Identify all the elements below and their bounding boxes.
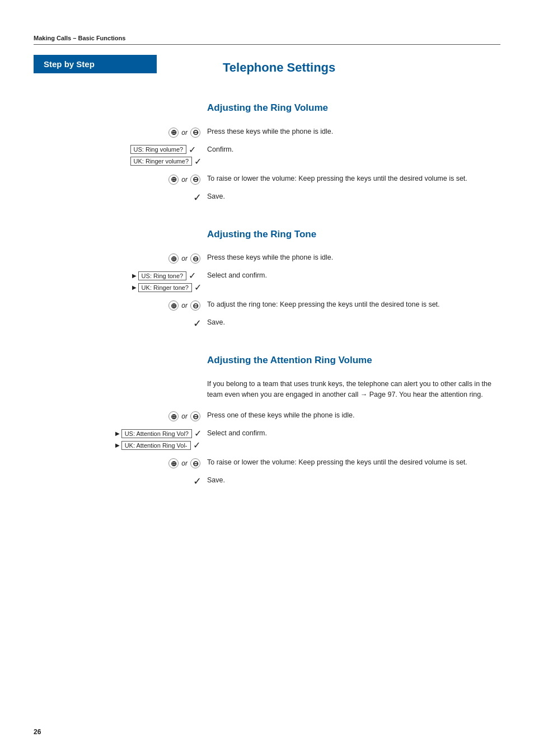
arrow-symbol: →: [360, 391, 368, 398]
sub1-row1-left: ⊕ or ⊖: [34, 126, 207, 141]
keys-row-4: ⊕ or ⊖: [28, 299, 202, 312]
sub1-row2-left: US: Ring volume? ✓ UK: Ringer volume? ✓: [34, 144, 207, 170]
multi-label-2: ▶ US: Ring tone? ✓ ▶ UK: Ringer tone? ✓: [132, 270, 202, 294]
page-header: Making Calls – Basic Functions: [34, 34, 500, 45]
or-text: or: [181, 129, 188, 137]
keys-row-5: ⊕ or ⊖: [28, 410, 202, 422]
or-text-6: or: [181, 459, 188, 467]
uk-ring-volume-label: UK: Ringer volume?: [130, 157, 192, 166]
keys-row: ⊕ or ⊖: [28, 126, 202, 139]
page: Making Calls – Basic Functions Step by S…: [0, 0, 534, 756]
or-text-3: or: [181, 255, 188, 262]
step-by-step-box: Step by Step: [34, 55, 157, 73]
tri-label-row-2: ▶ UK: Ringer tone? ✓: [132, 282, 202, 293]
plus-key-4: ⊕: [168, 300, 179, 311]
minus-key-2: ⊖: [190, 175, 200, 185]
right-column: Telephone Settings: [213, 55, 500, 85]
checkmark-attn-2: ✓: [193, 440, 200, 450]
sub2-row2-left: ▶ US: Ring tone? ✓ ▶ UK: Ringer tone? ✓: [34, 270, 207, 296]
checkmark-ring-tone-2: ✓: [194, 282, 202, 293]
sub2-title-right: Adjusting the Ring Tone: [207, 215, 500, 250]
checkmark-ring-tone-1: ✓: [189, 270, 196, 281]
minus-key-6: ⊖: [190, 458, 200, 468]
sub3-row1-right: Press one of these keys while the phone …: [207, 410, 500, 421]
sub3-row4-right: Save.: [207, 475, 500, 486]
label-row-2: UK: Ringer volume? ✓: [130, 156, 202, 167]
sub2-row1-left: ⊕ or ⊖: [34, 252, 207, 267]
plus-key-3: ⊕: [168, 253, 179, 264]
keys-row-2: ⊕ or ⊖: [28, 173, 202, 186]
keys-row-6: ⊕ or ⊖: [28, 457, 202, 469]
triangle-1: ▶: [132, 273, 137, 279]
left-column: Step by Step: [34, 55, 213, 85]
sub2-title: Adjusting the Ring Tone: [207, 227, 500, 242]
tri-label-row-1: ▶ US: Ring tone? ✓: [132, 270, 196, 281]
keys-row-3: ⊕ or ⊖: [28, 252, 202, 265]
sub1-row4-left: ✓: [34, 191, 207, 206]
sub3-row2-right: Select and confirm.: [207, 428, 500, 439]
tri-label-attn-1: ▶ US: Attention Ring Vol? ✓: [115, 428, 202, 439]
sub1-row4: ✓ Save.: [34, 191, 500, 206]
sub3-row3: ⊕ or ⊖ To raise or lower the volume: Kee…: [34, 457, 500, 472]
sub2-row4: ✓ Save.: [34, 317, 500, 332]
sub1-row2: US: Ring volume? ✓ UK: Ringer volume? ✓ …: [34, 144, 500, 170]
or-text-2: or: [181, 176, 188, 184]
sub3-title: Adjusting the Attention Ring Volume: [207, 353, 500, 368]
sub1-title-row: Adjusting the Ring Volume: [34, 88, 500, 123]
save-checkmark: ✓: [193, 191, 202, 204]
sub2-row3-left: ⊕ or ⊖: [34, 299, 207, 314]
sub2-title-row: Adjusting the Ring Tone: [34, 215, 500, 250]
sub2-row3: ⊕ or ⊖ To adjust the ring tone: Keep pre…: [34, 299, 500, 314]
triangle-attn-2: ▶: [115, 442, 120, 448]
plus-key-5: ⊕: [168, 411, 179, 421]
checkmark-1: ✓: [189, 144, 196, 155]
checkmark-row-2: ✓: [28, 317, 202, 330]
sub1-title: Adjusting the Ring Volume: [207, 101, 500, 115]
sub3-row3-left: ⊕ or ⊖: [34, 457, 207, 472]
us-ring-volume-label: US: Ring volume?: [130, 145, 187, 154]
or-text-4: or: [181, 302, 188, 309]
section-title: Telephone Settings: [223, 60, 500, 75]
sub3-title-right: Adjusting the Attention Ring Volume: [207, 341, 500, 375]
sub1-title-right: Adjusting the Ring Volume: [207, 88, 500, 123]
multi-label: US: Ring volume? ✓ UK: Ringer volume? ✓: [130, 144, 202, 168]
sub3-note-right: If you belong to a team that uses trunk …: [207, 379, 500, 407]
us-attn-ring-label: US: Attention Ring Vol?: [121, 429, 192, 438]
sub1-row2-right: Confirm.: [207, 144, 500, 155]
save-checkmark-3: ✓: [193, 475, 202, 487]
checkmark-row: ✓: [28, 191, 202, 204]
sub3-row2-left: ▶ US: Attention Ring Vol? ✓ ▶ UK: Attent…: [34, 428, 207, 454]
checkmark-attn-1: ✓: [194, 428, 202, 439]
sub1-row4-right: Save.: [207, 191, 500, 202]
page-number: 26: [34, 728, 41, 736]
triangle-attn-1: ▶: [115, 430, 120, 436]
sub3-note-row: If you belong to a team that uses trunk …: [34, 379, 500, 407]
sub2-row4-right: Save.: [207, 317, 500, 328]
main-layout: Step by Step Telephone Settings: [34, 55, 500, 85]
sub3-row4-left: ✓: [34, 475, 207, 490]
or-text-5: or: [181, 412, 188, 420]
multi-label-3: ▶ US: Attention Ring Vol? ✓ ▶ UK: Attent…: [115, 428, 202, 452]
attention-note: If you belong to a team that uses trunk …: [207, 379, 500, 401]
sub2-row2-right: Select and confirm.: [207, 270, 500, 281]
uk-attn-ring-label: UK: Attention Ring Vol-: [121, 441, 191, 450]
plus-key-2: ⊕: [168, 175, 179, 185]
sub2-row1: ⊕ or ⊖ Press these keys while the phone …: [34, 252, 500, 267]
tri-labels-row: ▶ US: Ring tone? ✓ ▶ UK: Ringer tone? ✓: [28, 270, 202, 294]
tri-label-attn-2: ▶ UK: Attention Ring Vol- ✓: [115, 440, 200, 450]
plus-key: ⊕: [168, 128, 179, 138]
header-text: Making Calls – Basic Functions: [34, 35, 125, 41]
sub1-row1-right: Press these keys while the phone is idle…: [207, 126, 500, 137]
triangle-2: ▶: [132, 284, 137, 290]
sub1-row1: ⊕ or ⊖ Press these keys while the phone …: [34, 126, 500, 141]
labels-row: US: Ring volume? ✓ UK: Ringer volume? ✓: [28, 144, 202, 168]
sub3-row4: ✓ Save.: [34, 475, 500, 490]
label-row-1: US: Ring volume? ✓: [130, 144, 196, 155]
sub1-row3-left: ⊕ or ⊖: [34, 173, 207, 188]
sub2-row4-left: ✓: [34, 317, 207, 332]
minus-key-3: ⊖: [190, 253, 200, 264]
tri-labels-row-3: ▶ US: Attention Ring Vol? ✓ ▶ UK: Attent…: [28, 428, 202, 452]
sub2-row3-right: To adjust the ring tone: Keep pressing t…: [207, 299, 500, 310]
sub1-row3-right: To raise or lower the volume: Keep press…: [207, 173, 500, 184]
uk-ringer-tone-label: UK: Ringer tone?: [138, 283, 192, 292]
